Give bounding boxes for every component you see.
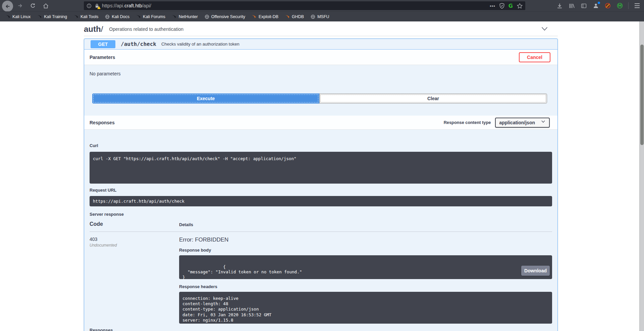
bookmark-nethunter[interactable]: NetHunter <box>169 13 201 21</box>
bookmark-star-icon[interactable] <box>517 3 523 9</box>
kali-dragon-icon <box>136 14 141 19</box>
bookmark-kali-docs[interactable]: Kali Docs <box>102 13 132 21</box>
globe-icon <box>105 14 110 19</box>
vertical-scrollbar[interactable] <box>639 21 644 331</box>
bookmark-kali-forums[interactable]: Kali Forums <box>133 13 168 21</box>
browser-window: https://api.craft.htb/api/ ••• G <box>0 0 644 331</box>
parameters-section-header: Parameters Cancel <box>84 50 557 65</box>
error-message: Error: FORBIDDEN <box>179 237 552 243</box>
forward-arrow-icon <box>17 3 23 8</box>
curl-label: Curl <box>90 143 552 148</box>
bookmark-kali-linux[interactable]: Kali Linux <box>3 13 34 21</box>
parameters-body: No parameters Execute Clear <box>84 71 557 104</box>
ghdb-bird-icon <box>285 14 290 19</box>
downloads-icon[interactable] <box>556 2 563 9</box>
tag-description: Operations related to authentication <box>109 26 183 32</box>
status-code-cell: 403 Undocumented <box>90 237 179 324</box>
parameters-title: Parameters <box>90 55 115 60</box>
bookmark-kali-tools[interactable]: Kali Tools <box>71 13 101 21</box>
bookmark-exploit-db[interactable]: Exploit-DB <box>249 13 281 21</box>
toolbar-divider <box>628 2 629 9</box>
download-button[interactable]: Download <box>521 266 550 276</box>
response-details-cell: Error: FORBIDDEN Response body { "messag… <box>179 237 552 324</box>
exploit-db-icon <box>252 14 257 19</box>
http-method-badge: GET <box>91 40 115 48</box>
server-response-table-header: Code Details <box>90 221 552 232</box>
response-headers-label: Response headers <box>179 284 552 289</box>
bookmark-kali-training[interactable]: Kali Training <box>34 13 70 21</box>
responses-body: Curl curl -X GET "https://api.craft.htb/… <box>84 143 557 331</box>
bookmark-offensive-security[interactable]: Offensive Security <box>202 13 248 21</box>
status-code: 403 <box>90 237 179 242</box>
warning-triangle-icon <box>97 6 101 9</box>
collapse-chevron-icon[interactable] <box>541 27 548 31</box>
account-notification-dot <box>598 2 600 4</box>
sidebar-toggle-icon[interactable] <box>580 2 587 9</box>
curl-command-block[interactable]: curl -X GET "https://api.craft.htb/api/a… <box>90 152 552 184</box>
code-column-header: Code <box>90 221 179 227</box>
globe-icon <box>205 14 209 19</box>
reload-icon <box>30 3 36 8</box>
navigation-toolbar: https://api.craft.htb/api/ ••• G <box>0 0 644 11</box>
kali-dragon-icon <box>6 14 10 19</box>
kali-dragon-icon <box>74 14 78 19</box>
bookmark-ghdb[interactable]: GHDB <box>282 13 307 21</box>
insecure-lock-icon[interactable] <box>95 3 99 8</box>
response-headers-block[interactable]: connection: keep-alive content-length: 4… <box>179 292 552 324</box>
operation-block-get-auth-check: GET /auth/check Checks validity of an au… <box>84 39 558 331</box>
menu-hamburger-icon[interactable] <box>633 2 641 9</box>
greasemonkey-icon[interactable]: G <box>508 3 513 9</box>
page-info-icon[interactable] <box>87 3 92 8</box>
clear-button[interactable]: Clear <box>319 93 547 104</box>
server-response-label: Server response <box>90 212 552 217</box>
page-content: auth/ Operations related to authenticati… <box>0 21 644 331</box>
execute-wrapper: Execute Clear <box>92 93 547 104</box>
server-response-row: 403 Undocumented Error: FORBIDDEN Respon… <box>90 232 552 324</box>
kali-dragon-icon <box>172 14 177 19</box>
reload-button[interactable] <box>28 1 38 11</box>
operation-summary-text: Checks validity of an authorization toke… <box>161 42 239 47</box>
tracking-shield-icon[interactable] <box>499 3 504 9</box>
library-icon[interactable] <box>568 2 575 9</box>
request-url-block[interactable]: https://api.craft.htb/api/auth/check <box>90 196 552 206</box>
response-content-type-select[interactable]: application/json <box>495 118 550 128</box>
back-button[interactable] <box>2 1 13 12</box>
back-arrow-icon <box>5 4 10 9</box>
no-parameters-message: No parameters <box>90 71 557 76</box>
documented-responses-label: Responses <box>90 328 552 331</box>
details-column-header: Details <box>179 222 552 227</box>
operation-path: /auth/check <box>121 41 156 47</box>
globe-icon <box>311 14 315 19</box>
execute-button[interactable]: Execute <box>92 93 319 104</box>
response-body-block[interactable]: { "message": "Invalid token or no token … <box>179 255 552 279</box>
tag-name: auth/ <box>84 24 103 34</box>
tag-section-header[interactable]: auth/ Operations related to authenticati… <box>84 21 558 35</box>
url-text: https://api.craft.htb/api/ <box>102 3 151 8</box>
bookmarks-toolbar: Kali Linux Kali Training Kali Tools Kali… <box>0 11 644 21</box>
undocumented-note: Undocumented <box>90 243 179 248</box>
cancel-button[interactable]: Cancel <box>519 52 550 62</box>
responses-section-header: Responses Response content type applicat… <box>84 116 557 130</box>
url-bar[interactable]: https://api.craft.htb/api/ ••• G <box>84 1 525 10</box>
page-actions-icon[interactable]: ••• <box>490 3 495 8</box>
operation-summary[interactable]: GET /auth/check Checks validity of an au… <box>84 39 557 50</box>
response-content-type-label: Response content type <box>444 120 491 125</box>
request-url-label: Request URL <box>90 188 552 193</box>
bookmark-msfu[interactable]: MSFU <box>308 13 332 21</box>
responses-title: Responses <box>90 120 115 125</box>
scrollbar-thumb[interactable] <box>640 45 644 145</box>
monkey-extension-icon[interactable] <box>616 2 624 9</box>
tag-divider <box>84 36 558 36</box>
response-body-label: Response body <box>179 248 552 253</box>
home-button[interactable] <box>41 1 51 11</box>
account-icon[interactable] <box>592 2 599 9</box>
kali-dragon-icon <box>37 14 42 19</box>
chevron-down-icon <box>541 120 545 123</box>
content-blocker-icon[interactable] <box>604 2 611 9</box>
home-icon <box>43 3 49 9</box>
forward-button[interactable] <box>15 1 25 11</box>
